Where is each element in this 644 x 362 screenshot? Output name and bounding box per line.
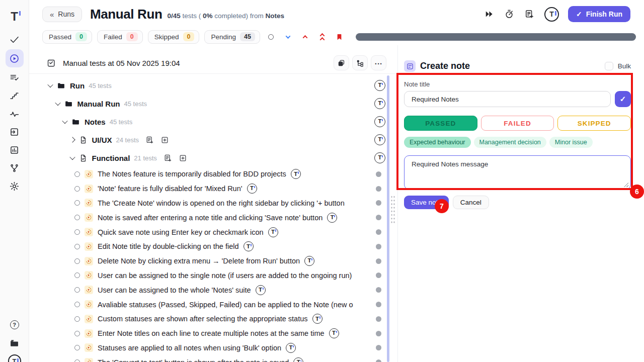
- timer-icon[interactable]: [504, 9, 514, 19]
- collapse-up-icon[interactable]: [299, 31, 311, 43]
- finish-run-button[interactable]: ✓ Finish Run: [568, 6, 630, 22]
- folder-row[interactable]: Notes45 testsT: [29, 113, 397, 131]
- testomat-ref-icon[interactable]: T: [374, 134, 385, 145]
- suite-row[interactable]: Functional21 testsT: [29, 149, 397, 167]
- test-row[interactable]: Enter Note titles on each line to create…: [29, 326, 397, 341]
- status-skipped-button[interactable]: SKIPPED: [557, 116, 631, 131]
- testomat-ref-icon[interactable]: T: [291, 169, 301, 179]
- sidebar-item-runs[interactable]: [6, 49, 24, 67]
- chevron-down-icon[interactable]: [69, 154, 75, 160]
- test-row[interactable]: User can be assigned to the single note …: [29, 268, 397, 283]
- note-title-input[interactable]: [404, 91, 611, 107]
- app-logo[interactable]: T: [11, 5, 18, 28]
- sidebar-item-reports[interactable]: [6, 141, 24, 159]
- chevron-right-icon[interactable]: [69, 137, 75, 142]
- status-circle-icon[interactable]: [265, 31, 277, 43]
- collapse-down-icon[interactable]: [282, 31, 294, 43]
- status-radio-icon[interactable]: [74, 316, 80, 322]
- user-avatar-icon[interactable]: T: [544, 7, 559, 22]
- test-row[interactable]: The 'Create Note' window is opened on th…: [29, 196, 397, 211]
- chevron-down-icon[interactable]: [55, 100, 60, 106]
- status-radio-icon[interactable]: [74, 229, 80, 235]
- sidebar-item-version-control[interactable]: [6, 159, 24, 177]
- testomat-ref-icon[interactable]: T: [374, 152, 385, 163]
- sidebar-item-projects[interactable]: [6, 334, 24, 352]
- tag-minor-issue[interactable]: Minor issue: [549, 137, 593, 148]
- sidebar-item-tests[interactable]: [6, 30, 24, 48]
- testomat-ref-icon[interactable]: T: [374, 80, 385, 91]
- resize-grip-icon[interactable]: [624, 183, 628, 187]
- test-row[interactable]: 'Note' feature is fully disabled for 'Mi…: [29, 182, 397, 196]
- testomat-ref-icon[interactable]: T: [256, 285, 266, 295]
- annotation-badge-6: 6: [630, 185, 644, 199]
- folder-row[interactable]: Manual Run45 testsT: [29, 95, 397, 113]
- test-row[interactable]: Edit Note title by double-clicking on th…: [29, 239, 397, 254]
- testomat-ref-icon[interactable]: T: [268, 227, 278, 237]
- tag-expected-behaviour[interactable]: Expected behaviour: [404, 137, 471, 148]
- suite-row[interactable]: UI/UX24 testsT: [29, 131, 397, 149]
- test-row[interactable]: Delete Note by clicking extra menu → 'De…: [29, 254, 397, 268]
- filter-pill-skipped[interactable]: Skipped0: [148, 30, 200, 44]
- testomat-ref-icon[interactable]: T: [329, 328, 339, 338]
- status-radio-icon[interactable]: [74, 287, 80, 293]
- status-radio-icon[interactable]: [74, 244, 80, 249]
- testomat-ref-icon[interactable]: T: [374, 116, 385, 127]
- back-to-runs-button[interactable]: « Runs: [42, 7, 82, 22]
- test-row[interactable]: Quick save note using Enter key or check…: [29, 225, 397, 239]
- sidebar-item-settings[interactable]: [6, 177, 24, 195]
- copy-button[interactable]: [334, 55, 349, 70]
- testomat-ref-icon[interactable]: T: [293, 357, 303, 362]
- fast-forward-icon[interactable]: [484, 9, 494, 19]
- test-row[interactable]: User can be assigned to the whole 'Notes…: [29, 283, 397, 297]
- bulk-checkbox[interactable]: [605, 62, 613, 70]
- test-row[interactable]: Statuses are applied to all notes when u…: [29, 341, 397, 355]
- panel-resize-handle[interactable]: [390, 195, 395, 224]
- testomat-ref-icon[interactable]: T: [244, 241, 254, 251]
- filter-pill-pending[interactable]: Pending45: [204, 30, 260, 44]
- cancel-button[interactable]: Cancel: [453, 196, 489, 209]
- sidebar-item-help[interactable]: ?: [6, 316, 24, 334]
- test-row[interactable]: Note is saved after entering a note titl…: [29, 210, 397, 225]
- testomat-ref-icon[interactable]: T: [327, 213, 337, 223]
- sidebar-item-test-plans[interactable]: [6, 68, 24, 86]
- status-radio-icon[interactable]: [74, 258, 80, 264]
- testomat-ref-icon[interactable]: T: [312, 314, 323, 324]
- more-button[interactable]: ...: [371, 55, 386, 70]
- sidebar-item-import[interactable]: [6, 123, 24, 141]
- testomat-ref-icon[interactable]: T: [247, 184, 257, 194]
- status-radio-icon[interactable]: [74, 171, 80, 177]
- status-failed-button[interactable]: FAILED: [481, 116, 554, 131]
- tree-scrollbar[interactable]: [387, 75, 389, 362]
- note-message-textarea[interactable]: Required Notes message: [404, 155, 631, 190]
- test-row[interactable]: The 'Convert to test' button is shown af…: [29, 355, 397, 362]
- status-radio-icon[interactable]: [74, 273, 80, 278]
- tag-management-decision[interactable]: Management decision: [474, 137, 546, 148]
- filter-pill-failed[interactable]: Failed0: [97, 30, 143, 44]
- quick-save-button[interactable]: ✓: [615, 91, 631, 107]
- bookmark-icon[interactable]: [334, 31, 346, 43]
- status-radio-icon[interactable]: [74, 331, 80, 336]
- testomat-ref-icon[interactable]: T: [286, 343, 296, 353]
- status-radio-icon[interactable]: [74, 215, 80, 220]
- add-note-icon[interactable]: [524, 9, 534, 19]
- status-radio-icon[interactable]: [74, 345, 80, 350]
- test-row[interactable]: The Notes feature is temporarily disable…: [29, 167, 397, 182]
- sidebar-item-analytics[interactable]: [6, 105, 24, 123]
- chevron-down-icon[interactable]: [47, 82, 53, 87]
- test-row[interactable]: Avaliable statuses (Passed, Skipped, Fai…: [29, 297, 397, 312]
- status-radio-icon[interactable]: [74, 200, 80, 206]
- collapse-all-icon[interactable]: [316, 31, 329, 43]
- status-passed-button[interactable]: PASSED: [404, 116, 477, 131]
- test-row[interactable]: Custom statuses are shown after selectin…: [29, 312, 397, 326]
- sidebar-item-steps[interactable]: [6, 86, 24, 105]
- testomat-ref-icon[interactable]: T: [304, 256, 314, 266]
- status-radio-icon[interactable]: [74, 186, 80, 192]
- filter-pill-passed[interactable]: Passed0: [42, 30, 92, 44]
- chevron-down-icon[interactable]: [62, 118, 67, 124]
- testomat-ref-icon[interactable]: T: [374, 98, 385, 109]
- tree-view-button[interactable]: [352, 55, 368, 70]
- status-radio-icon[interactable]: [74, 359, 80, 362]
- sidebar-item-profile[interactable]: T: [6, 352, 24, 362]
- folder-row[interactable]: Run45 testsT: [29, 76, 397, 95]
- status-radio-icon[interactable]: [74, 302, 80, 307]
